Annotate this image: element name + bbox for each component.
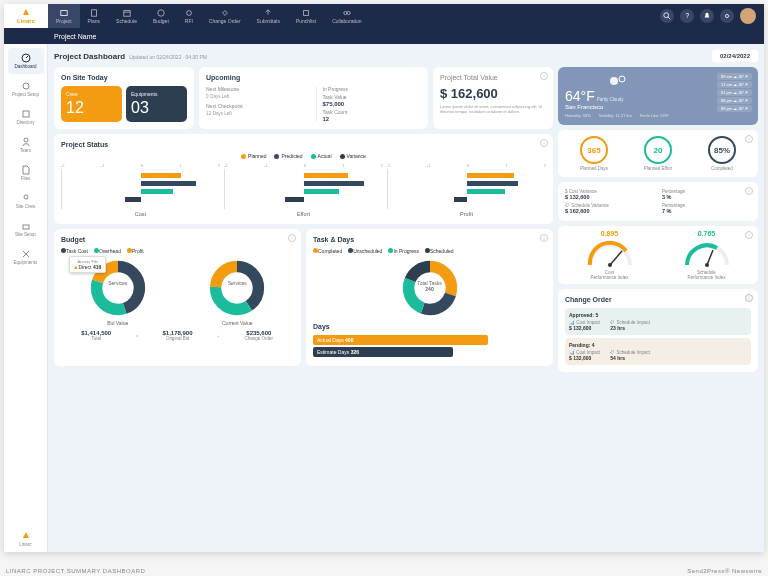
- svg-line-34: [610, 251, 622, 265]
- sidebar-equipments[interactable]: Equipments: [8, 244, 44, 270]
- brand-text: Linarc: [17, 18, 35, 24]
- project-status-card: i Project Status Planned Predicted Actua…: [54, 134, 553, 224]
- top-nav: Project Plans Schedule Budget RFI Change…: [48, 4, 370, 28]
- nav-project[interactable]: Project: [48, 4, 80, 28]
- svg-point-12: [725, 14, 728, 17]
- svg-rect-2: [123, 10, 129, 16]
- svg-line-36: [707, 250, 713, 265]
- project-total-value-card: i Project Total Value $ 162,600 Lorem ip…: [433, 67, 553, 129]
- svg-point-8: [347, 11, 350, 14]
- main-content: Project DashboardUpdated on 02/24/2022 ·…: [48, 44, 764, 552]
- hourly-forecast: 09 am ☁ 32° F 11 am ☁ 32° F 01 pm ☁ 32° …: [717, 73, 752, 113]
- info-icon[interactable]: i: [745, 135, 753, 143]
- weather-card: 09 am ☁ 32° F 11 am ☁ 32° F 01 pm ☁ 32° …: [558, 67, 758, 125]
- page-subtitle: Updated on 02/24/2022 · 04:30 PM: [129, 54, 207, 60]
- info-icon[interactable]: i: [745, 294, 753, 302]
- circles-card: i 365Planned Days 20Planned Effort 85%Co…: [558, 130, 758, 177]
- svg-text:?: ?: [685, 12, 689, 19]
- co-pending: i Pending: 4 📊 Cost Impact$ 132,600 ⏱ Sc…: [565, 338, 751, 365]
- svg-rect-19: [23, 225, 29, 229]
- bell-icon[interactable]: [700, 9, 714, 23]
- sidebar-brand-footer: Linarc: [8, 526, 44, 552]
- svg-point-15: [23, 83, 29, 89]
- nav-collaboration[interactable]: Collaboration: [324, 4, 369, 28]
- info-icon[interactable]: i: [745, 231, 753, 239]
- donut-current-value: ServicesCurrent Value: [181, 258, 295, 326]
- svg-point-17: [24, 138, 28, 142]
- info-icon[interactable]: i: [745, 187, 753, 195]
- gauges-card: i 0.895 CostPerformance Index 0.765 Sche…: [558, 226, 758, 284]
- nav-plans[interactable]: Plans: [80, 4, 109, 28]
- crew-stat: Crew12: [61, 86, 122, 122]
- svg-point-32: [610, 77, 618, 85]
- status-chart-effort: -2-1012 Effort: [224, 163, 383, 217]
- sidebar-project-setup[interactable]: Project Setup: [8, 76, 44, 102]
- sidebar-dashboard[interactable]: Dashboard: [8, 48, 44, 74]
- info-icon[interactable]: i: [540, 234, 548, 242]
- caption-right: Send2Press® Newswire: [687, 568, 762, 574]
- weather-icon: [608, 73, 628, 89]
- sidebar-site-crew[interactable]: Site Crew: [8, 188, 44, 214]
- svg-rect-6: [304, 10, 309, 15]
- svg-rect-0: [61, 10, 67, 15]
- variance-card: i $ Cost Variance$ 132,600 Percentage3 %…: [558, 182, 758, 221]
- donut-tasks: Total Tasks240: [395, 258, 465, 319]
- logo-icon: [21, 8, 31, 18]
- upcoming-card: Upcoming Next Milestone0 Days Left Next …: [199, 67, 428, 129]
- sidebar: Dashboard Project Setup Directory Team F…: [4, 44, 48, 552]
- avatar[interactable]: [740, 8, 756, 24]
- help-icon[interactable]: ?: [680, 9, 694, 23]
- svg-line-10: [668, 17, 670, 19]
- page-title: Project Dashboard: [54, 52, 125, 61]
- nav-submittals[interactable]: Submittals: [249, 4, 288, 28]
- caption-left: LINARC PROJECT SUMMARY DASHBOARD: [6, 568, 145, 574]
- nav-change-order[interactable]: Change Order: [201, 4, 249, 28]
- status-chart-cost: -2-1012 Cost: [61, 163, 220, 217]
- sidebar-files[interactable]: Files: [8, 160, 44, 186]
- topbar-right: ?: [660, 8, 764, 24]
- nav-budget[interactable]: Budget: [145, 4, 177, 28]
- onsite-card: On Site Today Crew12 Equipments03: [54, 67, 194, 129]
- donut-bid-value: Access File■ Direct 416 ServicesBid Valu…: [61, 258, 175, 326]
- nav-rfi[interactable]: RFI: [177, 4, 201, 28]
- svg-point-4: [158, 9, 164, 15]
- svg-point-35: [608, 263, 612, 267]
- search-icon[interactable]: [660, 9, 674, 23]
- svg-line-14: [26, 56, 28, 58]
- logo[interactable]: Linarc: [4, 4, 48, 28]
- info-icon[interactable]: i: [540, 139, 548, 147]
- topbar: Linarc Project Plans Schedule Budget RFI…: [4, 4, 764, 28]
- nav-punchlist[interactable]: Punchlist: [288, 4, 324, 28]
- sidebar-directory[interactable]: Directory: [8, 104, 44, 130]
- actual-days-bar: Actual Days 400: [313, 335, 488, 345]
- svg-point-33: [619, 76, 625, 82]
- gauge-cost: 0.895 CostPerformance Index: [564, 230, 655, 280]
- equip-stat: Equipments03: [126, 86, 187, 122]
- estimate-days-bar: Estimate Days 326: [313, 347, 453, 357]
- info-icon[interactable]: i: [288, 234, 296, 242]
- sidebar-site-setup[interactable]: Site Setup: [8, 216, 44, 242]
- svg-rect-1: [91, 9, 96, 15]
- svg-point-5: [186, 10, 191, 15]
- nav-schedule[interactable]: Schedule: [108, 4, 145, 28]
- sidebar-team[interactable]: Team: [8, 132, 44, 158]
- info-icon[interactable]: i: [540, 72, 548, 80]
- svg-point-7: [344, 11, 347, 14]
- svg-point-37: [705, 263, 709, 267]
- project-name-bar: Project Name: [4, 28, 764, 44]
- change-order-card: Change Order i Approved: 5 📊 Cost Impact…: [558, 289, 758, 372]
- gauge-schedule: 0.765 SchedulePerformance Index: [661, 230, 752, 280]
- svg-rect-16: [23, 111, 29, 117]
- status-legend: Planned Predicted Actual Variance: [61, 153, 546, 159]
- status-chart-profit: -2-1012 Profit: [387, 163, 546, 217]
- task-days-card: i Task & Days Completed Unscheduled In P…: [306, 229, 553, 366]
- svg-point-18: [24, 195, 28, 199]
- budget-card: i Budget Task Cost Overhead Profit Acces…: [54, 229, 301, 366]
- co-approved: i Approved: 5 📊 Cost Impact$ 132,600 ⏱ S…: [565, 308, 751, 335]
- budget-tooltip: Access File■ Direct 416: [69, 256, 106, 273]
- settings-icon[interactable]: [720, 9, 734, 23]
- date-badge[interactable]: 02/24/2022: [712, 50, 758, 62]
